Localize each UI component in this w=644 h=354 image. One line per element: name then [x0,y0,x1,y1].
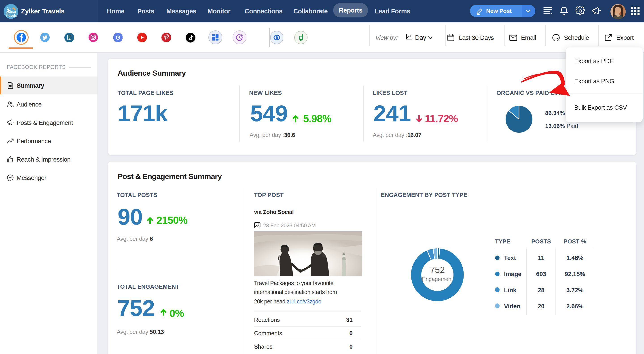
svg-text:Zylker: Zylker [6,10,16,14]
svg-text:G: G [116,34,120,41]
svg-text:Travels: Travels [6,14,17,17]
